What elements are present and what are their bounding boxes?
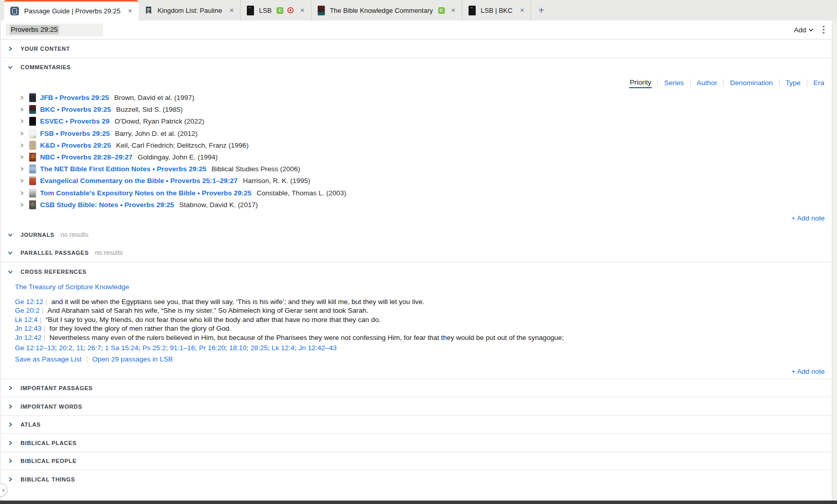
sort-option-era[interactable]: Era xyxy=(813,78,825,88)
reference-link[interactable]: Jn 12:42–43 xyxy=(299,344,337,352)
commentary-link[interactable]: Tom Constable’s Expository Notes on the … xyxy=(40,189,251,197)
section-label[interactable]: BIBLICAL THINGS xyxy=(21,476,75,482)
verse-reference-link[interactable]: Lk 12:4 xyxy=(15,316,37,324)
section-biblical-things[interactable]: BIBLICAL THINGS xyxy=(1,470,832,488)
verse-row: Ge 20:2|And Abraham said of Sarah his wi… xyxy=(15,306,832,315)
close-tab-icon[interactable]: ✕ xyxy=(520,7,524,14)
chevron-right-icon[interactable] xyxy=(7,422,13,427)
reference-link[interactable]: 20:2, 11 xyxy=(59,344,84,352)
sort-option-author[interactable]: Author xyxy=(696,78,718,88)
chevron-down-icon[interactable] xyxy=(7,65,13,70)
section-your-content[interactable]: YOUR CONTENT xyxy=(1,39,832,57)
chevron-right-icon[interactable] xyxy=(20,178,25,183)
section-atlas[interactable]: ATLAS xyxy=(1,415,832,434)
section-label[interactable]: COMMENTARIES xyxy=(21,64,71,70)
add-note-link[interactable]: + Add note xyxy=(791,368,825,375)
add-button[interactable]: Add xyxy=(794,26,813,34)
verse-reference-link[interactable]: Ge 12:12 xyxy=(15,298,44,306)
section-important-passages[interactable]: IMPORTANT PASSAGES xyxy=(1,379,832,397)
reference-input[interactable]: Proverbs 29:25 xyxy=(6,24,103,36)
tab-kingdom-list-pauline[interactable]: Kingdom List: Pauline✕ xyxy=(139,0,241,21)
chevron-right-icon[interactable] xyxy=(20,131,25,136)
sort-option-series[interactable]: Series xyxy=(664,78,684,88)
book-cover-icon xyxy=(29,176,36,185)
section-label[interactable]: JOURNALS xyxy=(21,232,54,238)
reference-link[interactable]: Ps 25:2 xyxy=(143,344,166,352)
chevron-right-icon[interactable] xyxy=(20,155,25,159)
commentary-link[interactable]: BKC • Proverbs 29:25 xyxy=(40,106,111,113)
chevron-right-icon[interactable] xyxy=(7,477,13,482)
sort-option-priority[interactable]: Priority xyxy=(629,78,652,88)
section-parallel-passages[interactable]: PARALLEL PASSAGESno results xyxy=(1,244,832,262)
chevron-right-icon[interactable] xyxy=(7,46,13,51)
cross-references-add-note-row: + Add note xyxy=(1,365,832,379)
close-tab-icon[interactable]: ✕ xyxy=(229,7,234,14)
commentary-link[interactable]: The NET Bible First Edition Notes • Prov… xyxy=(40,165,206,173)
divider: | xyxy=(40,316,42,324)
chevron-right-icon[interactable] xyxy=(7,386,13,391)
chevron-right-icon[interactable] xyxy=(7,404,13,409)
chevron-right-icon[interactable] xyxy=(7,458,13,463)
save-as-passage-list-link[interactable]: Save as Passage List xyxy=(15,355,82,363)
section-label[interactable]: PARALLEL PASSAGES xyxy=(21,250,89,256)
reference-link[interactable]: 28:25 xyxy=(250,344,268,352)
new-tab-button[interactable]: + xyxy=(531,0,552,21)
chevron-right-icon[interactable] xyxy=(20,107,25,112)
verse-reference-link[interactable]: Ge 20:2 xyxy=(15,307,40,314)
section-label[interactable]: YOUR CONTENT xyxy=(21,46,70,52)
reference-link[interactable]: Pr 16:20 xyxy=(199,344,225,352)
verse-reference-link[interactable]: Jn 12:43 xyxy=(15,325,42,332)
commentary-link[interactable]: K&D • Proverbs 29:25 xyxy=(40,142,111,149)
chevron-right-icon[interactable] xyxy=(20,167,25,171)
open-29-passages-in-lsb-link[interactable]: Open 29 passages in LSB xyxy=(92,355,173,363)
chevron-right-icon[interactable] xyxy=(20,203,25,207)
section-biblical-people[interactable]: BIBLICAL PEOPLE xyxy=(1,452,832,470)
section-label[interactable]: CROSS REFERENCES xyxy=(21,269,87,275)
reference-link[interactable]: 1 Sa 15:24 xyxy=(105,344,138,352)
section-label[interactable]: IMPORTANT WORDS xyxy=(21,404,82,410)
chevron-right-icon[interactable] xyxy=(20,143,25,148)
chevron-down-icon[interactable] xyxy=(7,232,13,237)
sort-option-type[interactable]: Type xyxy=(785,78,801,88)
chevron-down-icon[interactable] xyxy=(7,250,13,255)
chevron-right-icon[interactable] xyxy=(20,95,25,100)
commentaries-list: JFB • Proverbs 29:25Brown, David et al. … xyxy=(1,92,832,211)
commentary-link[interactable]: CSB Study Bible: Notes • Proverbs 29:25 xyxy=(40,201,174,209)
close-tab-icon[interactable]: ✕ xyxy=(128,8,132,14)
close-tab-icon[interactable]: ✕ xyxy=(300,7,304,14)
reference-link[interactable]: Ge 12:12–13 xyxy=(15,344,55,352)
section-important-words[interactable]: IMPORTANT WORDS xyxy=(1,397,832,415)
tab-passage-guide-proverbs-29-25[interactable]: Passage Guide | Proverbs 29:25✕ xyxy=(4,0,139,21)
add-note-link[interactable]: + Add note xyxy=(791,214,825,222)
tab-the-bible-knowledge-commentary[interactable]: The Bible Knowledge CommentaryC✕ xyxy=(312,0,462,21)
commentary-link[interactable]: JFB • Proverbs 29:25 xyxy=(40,94,109,102)
section-label[interactable]: IMPORTANT PASSAGES xyxy=(21,385,93,391)
commentary-author: Harrison, R. K. (1995) xyxy=(243,177,310,185)
chevron-right-icon[interactable] xyxy=(20,191,25,195)
tab-lsb[interactable]: LSBC✕ xyxy=(241,0,312,21)
commentary-row: BKC • Proverbs 29:25Buzzell, Sid S. (198… xyxy=(1,104,832,115)
reference-link[interactable]: 26:7 xyxy=(87,344,101,352)
treasury-of-scripture-knowledge-link[interactable]: The Treasury of Scripture Knowledge xyxy=(1,281,832,293)
commentary-link[interactable]: FSB • Proverbs 29:25 xyxy=(40,130,110,137)
reference-link[interactable]: Lk 12:4 xyxy=(272,344,295,352)
section-label[interactable]: BIBLICAL PLACES xyxy=(21,440,76,446)
commentary-link[interactable]: Evangelical Commentary on the Bible • Pr… xyxy=(40,177,238,185)
commentary-link[interactable]: ESVEC • Proverbs 29 xyxy=(40,117,109,125)
chevron-right-icon[interactable] xyxy=(7,440,13,446)
sort-option-denomination[interactable]: Denomination xyxy=(729,78,773,88)
chevron-down-icon[interactable] xyxy=(7,269,13,274)
reference-link[interactable]: 91:1–16 xyxy=(170,344,195,352)
verse-reference-link[interactable]: Jn 12:42 xyxy=(15,334,42,341)
section-label[interactable]: ATLAS xyxy=(21,421,41,428)
chevron-right-icon[interactable] xyxy=(20,119,25,124)
tab-lsb-bkc[interactable]: LSB | BKC✕ xyxy=(462,0,531,21)
panel-menu-icon[interactable] xyxy=(823,26,825,34)
commentary-link[interactable]: NBC • Proverbs 28:28–29:27 xyxy=(40,153,132,161)
section-label[interactable]: BIBLICAL PEOPLE xyxy=(21,458,76,464)
section-biblical-places[interactable]: BIBLICAL PLACES xyxy=(1,433,832,452)
section-cross-references: CROSS REFERENCES The Treasury of Scriptu… xyxy=(1,262,832,379)
close-tab-icon[interactable]: ✕ xyxy=(451,7,456,14)
section-journals[interactable]: JOURNALSno results xyxy=(1,226,832,244)
reference-link[interactable]: 18:10 xyxy=(229,344,246,352)
